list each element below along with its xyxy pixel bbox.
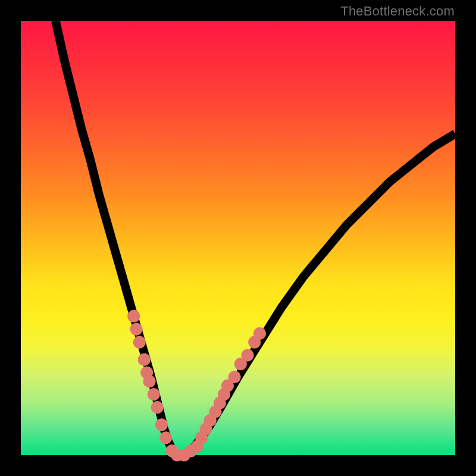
highlight-dot bbox=[256, 330, 264, 338]
highlight-dot bbox=[158, 421, 166, 429]
highlight-dots bbox=[130, 312, 264, 459]
highlight-dot bbox=[130, 312, 138, 320]
highlight-dot bbox=[230, 373, 239, 381]
bottleneck-curve bbox=[55, 21, 455, 455]
highlight-dot bbox=[153, 403, 161, 412]
chart-svg bbox=[21, 21, 455, 455]
highlight-dot bbox=[135, 338, 143, 346]
highlight-dot bbox=[162, 434, 170, 442]
highlight-dot bbox=[140, 355, 148, 364]
highlight-dot bbox=[132, 325, 140, 333]
highlight-dot bbox=[149, 390, 158, 399]
chart-frame: TheBottleneck.com bbox=[0, 0, 476, 476]
watermark-text: TheBottleneck.com bbox=[340, 4, 455, 19]
highlight-dot bbox=[145, 377, 154, 386]
highlight-dot bbox=[243, 351, 252, 359]
highlight-dot bbox=[236, 360, 245, 368]
highlight-dot bbox=[224, 381, 232, 390]
